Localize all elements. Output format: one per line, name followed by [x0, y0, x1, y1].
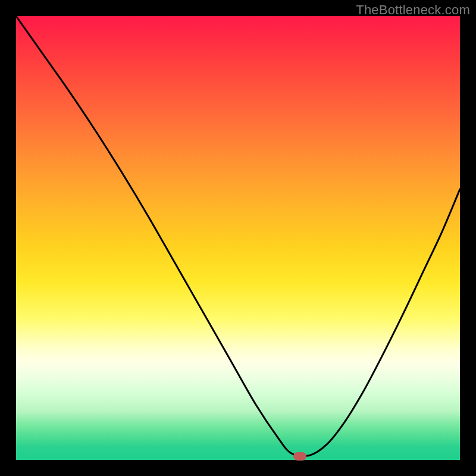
curve-svg [16, 16, 460, 460]
plot-area [16, 16, 460, 460]
chart-frame: TheBottleneck.com [0, 0, 476, 476]
optimal-marker [293, 452, 306, 461]
watermark-text: TheBottleneck.com [356, 2, 470, 18]
bottleneck-curve [16, 16, 460, 456]
